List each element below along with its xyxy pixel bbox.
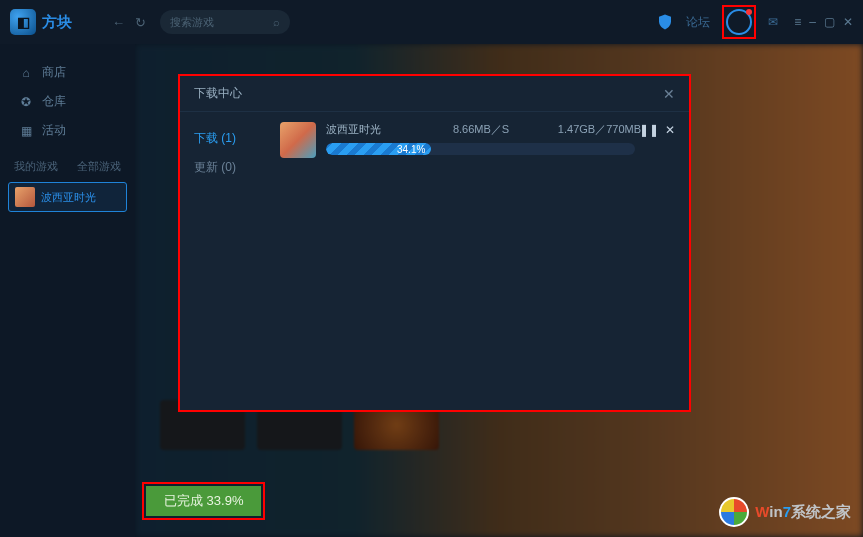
notification-icon[interactable]: ✉ xyxy=(768,15,778,29)
download-size: 1.47GB／770MB xyxy=(531,122,641,137)
cancel-download-button[interactable]: ✕ xyxy=(665,123,675,137)
search-input[interactable]: 搜索游戏 ⌕ xyxy=(160,10,290,34)
highlight-download-button xyxy=(722,5,756,39)
progress-bar: 34.1% xyxy=(326,143,635,155)
minimize-button[interactable]: – xyxy=(809,15,816,29)
close-window-button[interactable]: ✕ xyxy=(843,15,853,29)
globe-icon: ✪ xyxy=(18,94,34,110)
download-thumb-icon xyxy=(280,122,316,158)
download-speed: 8.66MB／S xyxy=(431,122,531,137)
highlight-modal: 下载中心 ✕ 下载 (1) 更新 (0) 波西亚时光 8.66MB／S 1.47… xyxy=(178,74,691,412)
modal-close-button[interactable]: ✕ xyxy=(663,86,675,102)
grid-icon: ▦ xyxy=(18,123,34,139)
sidebar-section-header: 我的游戏 全部游戏 xyxy=(0,145,135,178)
app-name: 方块 xyxy=(42,13,72,32)
game-thumb-icon xyxy=(15,187,35,207)
logo-icon: ◧ xyxy=(10,9,36,35)
highlight-status: 已完成 33.9% xyxy=(142,482,265,520)
windows-logo-icon xyxy=(719,497,749,527)
shield-icon[interactable] xyxy=(656,13,674,31)
sidebar-item-store[interactable]: ⌂ 商店 xyxy=(0,58,135,87)
sidebar-item-activity[interactable]: ▦ 活动 xyxy=(0,116,135,145)
search-icon: ⌕ xyxy=(273,16,280,28)
sidebar-item-library[interactable]: ✪ 仓库 xyxy=(0,87,135,116)
search-placeholder: 搜索游戏 xyxy=(170,15,214,30)
pause-button[interactable]: ❚❚ xyxy=(639,123,659,137)
progress-percent: 34.1% xyxy=(326,143,431,155)
download-item: 波西亚时光 8.66MB／S 1.47GB／770MB ❚❚ ✕ 34.1% xyxy=(280,122,675,158)
watermark-text: Win7系统之家 xyxy=(755,503,851,522)
sidebar-game-item[interactable]: 波西亚时光 xyxy=(8,182,127,212)
download-center-button[interactable] xyxy=(726,9,752,35)
install-status[interactable]: 已完成 33.9% xyxy=(146,486,261,516)
maximize-button[interactable]: ▢ xyxy=(824,15,835,29)
nav-back-icon[interactable]: ← xyxy=(112,15,125,30)
nav-refresh-icon[interactable]: ↻ xyxy=(135,15,146,30)
download-center-modal: 下载中心 ✕ 下载 (1) 更新 (0) 波西亚时光 8.66MB／S 1.47… xyxy=(180,76,689,410)
home-icon: ⌂ xyxy=(18,65,34,81)
top-link-forum[interactable]: 论坛 xyxy=(686,14,710,31)
tab-updates[interactable]: 更新 (0) xyxy=(180,153,276,182)
settings-icon[interactable]: ≡ xyxy=(794,15,801,29)
watermark: Win7系统之家 xyxy=(719,497,851,527)
modal-title: 下载中心 xyxy=(194,85,242,102)
sidebar-game-label: 波西亚时光 xyxy=(41,190,96,205)
download-name: 波西亚时光 xyxy=(326,122,431,137)
app-logo[interactable]: ◧ 方块 xyxy=(10,9,72,35)
tab-downloads[interactable]: 下载 (1) xyxy=(180,124,276,153)
sidebar: ⌂ 商店 ✪ 仓库 ▦ 活动 我的游戏 全部游戏 波西亚时光 xyxy=(0,44,135,537)
